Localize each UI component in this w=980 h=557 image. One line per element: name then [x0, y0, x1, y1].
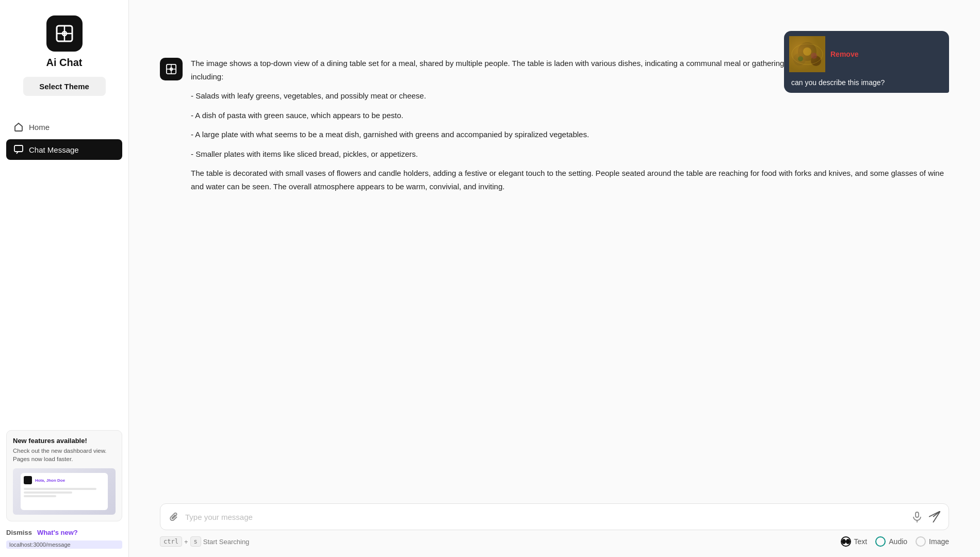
svg-point-7	[793, 53, 806, 65]
hint-text: Start Searching	[203, 538, 250, 546]
dismiss-button[interactable]: Dismiss	[6, 529, 32, 536]
mode-image[interactable]: Image	[916, 536, 949, 547]
microphone-button[interactable]	[911, 511, 923, 522]
logo-area: Ai Chat Select Theme	[0, 0, 128, 106]
app-title: Ai Chat	[46, 57, 83, 69]
preview-inner: Hola, Jhon Doe	[21, 473, 108, 510]
sidebar-item-chat-message[interactable]: Chat Message	[6, 139, 122, 160]
chat-icon	[13, 144, 24, 155]
whats-new-button[interactable]: What's new?	[37, 529, 78, 536]
mode-text-label: Text	[854, 537, 868, 546]
radio-image	[916, 536, 926, 547]
mode-image-label: Image	[929, 537, 949, 546]
sidebar-item-home[interactable]: Home	[6, 117, 122, 137]
svg-point-9	[792, 44, 823, 64]
sidebar-item-home-label: Home	[29, 123, 50, 132]
sidebar: Ai Chat Select Theme Home Chat Message N…	[0, 0, 129, 557]
preview-image: Hola, Jhon Doe	[13, 468, 116, 515]
svg-point-6	[798, 42, 816, 61]
ai-bullet-3: - A large plate with what seems to be a …	[191, 128, 949, 141]
new-features-title: New features available!	[13, 437, 116, 445]
preview-header: Hola, Jhon Doe	[24, 476, 105, 484]
message-input[interactable]	[185, 513, 905, 521]
radio-audio	[875, 536, 886, 547]
keyboard-hint: ctrl + s Start Searching	[160, 536, 249, 547]
send-button[interactable]	[929, 511, 940, 522]
svg-point-8	[811, 56, 821, 66]
svg-point-11	[798, 56, 803, 61]
mode-options: Text Audio Image	[841, 536, 949, 547]
radio-text	[841, 536, 851, 547]
sidebar-bottom: New features available! Check out the ne…	[0, 422, 128, 557]
user-message-bubble: Remove can you describe this image?	[784, 31, 949, 93]
svg-rect-5	[789, 36, 825, 72]
radio-dot-text	[842, 539, 846, 544]
home-icon	[13, 122, 24, 132]
preview-line-2	[24, 492, 72, 494]
url-bar: localhost:3000/message	[6, 540, 122, 549]
input-area: ctrl + s Start Searching Text Audio	[129, 495, 980, 557]
ai-paragraph-2: The table is decorated with small vases …	[191, 167, 949, 193]
app-logo-icon	[46, 15, 83, 52]
sidebar-nav: Home Chat Message	[0, 106, 128, 170]
new-features-card: New features available! Check out the ne…	[6, 430, 122, 521]
mode-audio-label: Audio	[889, 537, 907, 546]
ai-avatar	[160, 58, 183, 80]
preview-title-small: Hola, Jhon Doe	[35, 478, 65, 483]
new-features-desc: Check out the new dashboard view. Pages …	[13, 447, 116, 463]
s-key: s	[190, 536, 201, 547]
sidebar-item-chat-label: Chat Message	[29, 145, 79, 154]
plus-symbol: +	[184, 538, 188, 546]
dismiss-row: Dismiss What's new?	[6, 527, 122, 538]
svg-rect-17	[916, 512, 919, 517]
ai-bullet-2: - A dish of pasta with green sauce, whic…	[191, 109, 949, 122]
svg-point-10	[803, 47, 811, 56]
input-box	[160, 503, 949, 530]
remove-button[interactable]: Remove	[830, 50, 858, 58]
input-bottom-row: ctrl + s Start Searching Text Audio	[160, 536, 949, 547]
bubble-image-row: Remove	[789, 36, 944, 72]
bubble-text: can you describe this image?	[789, 76, 944, 88]
attach-button[interactable]	[169, 512, 179, 522]
ai-bullet-4: - Smaller plates with items like sliced …	[191, 148, 949, 161]
bubble-image	[789, 36, 825, 72]
svg-point-12	[811, 53, 817, 59]
mode-text[interactable]: Text	[841, 536, 868, 547]
mode-audio[interactable]: Audio	[875, 536, 907, 547]
select-theme-button[interactable]: Select Theme	[23, 77, 106, 96]
preview-line-3	[24, 495, 56, 497]
ctrl-key: ctrl	[160, 536, 182, 547]
main-content: Remove can you describe this image? The …	[129, 0, 980, 557]
preview-logo-small	[24, 476, 32, 484]
svg-rect-4	[14, 145, 23, 152]
preview-line-1	[24, 488, 96, 490]
